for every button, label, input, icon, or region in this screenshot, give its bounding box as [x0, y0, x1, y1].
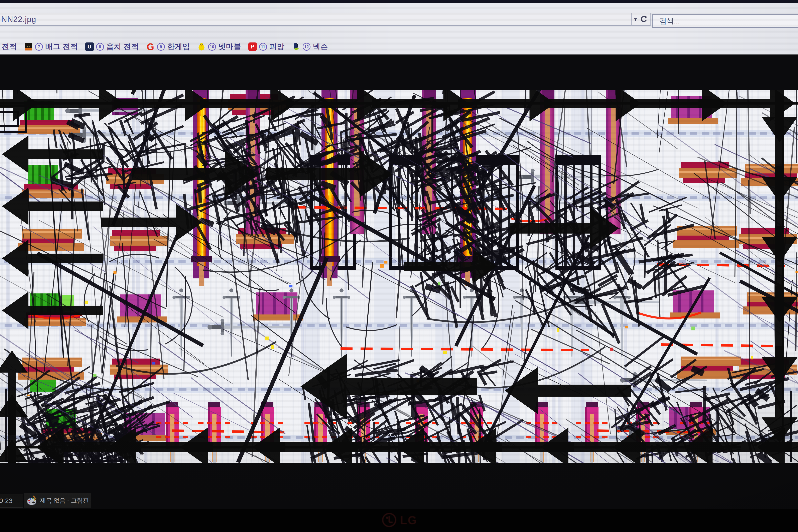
- bookmark-label: 피망: [269, 42, 285, 52]
- bookmark-label: 넷마블: [218, 42, 241, 52]
- favorites-bar: 롤 전적전투7배그 전적U8옵치 전적G9한게임10넷마블P11피망12넥슨: [0, 38, 798, 55]
- taskbar-clock-text: 0:23: [0, 497, 13, 505]
- bookmark-index: 11: [259, 43, 267, 51]
- bookmark-label: 배그 전적: [45, 42, 78, 52]
- bookmark-index: 10: [208, 43, 216, 51]
- g-icon: G: [146, 42, 155, 51]
- autocomplete-dropdown-icon[interactable]: ▾: [634, 16, 637, 22]
- u-icon: U: [85, 42, 94, 51]
- nexon-icon: [292, 42, 300, 51]
- chick-icon: [197, 42, 206, 51]
- bookmark-item-7[interactable]: 12넥슨: [292, 42, 328, 52]
- monitor-bezel: LG: [0, 509, 798, 532]
- lg-logo: LG: [382, 512, 417, 528]
- address-bar-text: NN22.jpg: [1, 15, 36, 24]
- bookmark-item-6[interactable]: P11피망: [248, 42, 285, 52]
- bookmark-item-1[interactable]: 롤 전적: [0, 42, 17, 52]
- lg-face-icon: [382, 512, 397, 528]
- address-bar-controls: ▾: [631, 13, 650, 26]
- photo-top-edge: [0, 0, 798, 3]
- p-icon: P: [248, 42, 257, 51]
- bookmark-index: 8: [96, 43, 104, 51]
- svg-text:전투: 전투: [27, 45, 31, 48]
- refresh-icon[interactable]: [639, 15, 648, 23]
- bookmark-item-3[interactable]: U8옵치 전적: [85, 42, 139, 52]
- bookmark-label: 롤 전적: [0, 42, 17, 52]
- paint-palette-icon: [27, 495, 37, 506]
- monitor-screen: NN22.jpg ▾ 검색... 롤 전적전투7배그 전적U8옵치 전적G9한게…: [0, 0, 798, 509]
- search-placeholder: 검색...: [659, 16, 680, 26]
- address-bar[interactable]: NN22.jpg: [0, 13, 631, 26]
- bookmark-item-2[interactable]: 전투7배그 전적: [24, 42, 78, 52]
- bookmark-label: 넥슨: [313, 42, 328, 52]
- taskbar-clock[interactable]: 0:23: [0, 494, 23, 508]
- bookmark-index: 9: [157, 43, 165, 51]
- search-input[interactable]: 검색...: [652, 15, 798, 27]
- bookmark-index: 12: [303, 43, 310, 51]
- glitch-artwork: [0, 90, 798, 463]
- bookmark-label: 옵치 전적: [106, 42, 139, 52]
- browser-chrome: NN22.jpg ▾ 검색... 롤 전적전투7배그 전적U8옵치 전적G9한게…: [0, 3, 798, 55]
- bookmark-label: 한게임: [167, 42, 190, 52]
- bookmark-item-4[interactable]: G9한게임: [146, 42, 190, 52]
- bookmark-item-5[interactable]: 10넷마블: [197, 42, 241, 52]
- taskbar-paint-button[interactable]: 제목 없음 - 그림판: [24, 493, 91, 508]
- lg-brand-text: LG: [400, 513, 417, 527]
- pubg-icon: 전투: [24, 42, 33, 51]
- paint-button-label: 제목 없음 - 그림판: [40, 497, 89, 505]
- bookmark-index: 7: [35, 43, 43, 51]
